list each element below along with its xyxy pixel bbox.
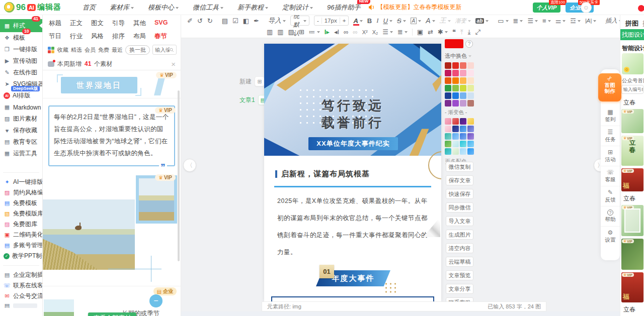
smart-design-thumbnail[interactable]: ☺ bbox=[622, 53, 643, 74]
filter-free[interactable]: 免费 bbox=[98, 46, 109, 54]
wechat-copy-button[interactable]: 微信复制 bbox=[446, 162, 473, 172]
font-size-value[interactable]: 17px bbox=[321, 18, 340, 24]
tab-style[interactable]: 风格 bbox=[91, 32, 112, 41]
text-style-button[interactable]: A bbox=[426, 17, 435, 25]
tab-industry[interactable]: 行业 bbox=[70, 32, 91, 41]
font-family-select[interactable]: 系统默认 bbox=[290, 16, 309, 26]
quick-save-button[interactable]: 快速保存 bbox=[446, 189, 473, 199]
nav-beginner-tutorial[interactable]: 新手教程 bbox=[230, 3, 275, 12]
sidebar-item-qrcode-beautify[interactable]: ▣二维码美化 bbox=[0, 230, 42, 240]
undo-icon[interactable]: ↺ bbox=[197, 17, 203, 25]
color-swatch[interactable] bbox=[445, 118, 451, 125]
tab-other[interactable]: 其他 bbox=[133, 19, 154, 28]
import-article-button[interactable]: 导入文章 bbox=[446, 216, 473, 226]
color-swatch[interactable] bbox=[460, 70, 466, 76]
unlink-icon[interactable]: ∞ bbox=[353, 28, 357, 36]
rail-item-checkin[interactable]: ▦签到 bbox=[601, 106, 620, 126]
gradient-button[interactable]: 渐变 bbox=[455, 17, 471, 25]
sidebar-item-free-template-library[interactable]: ▧免费模版库 bbox=[0, 208, 42, 219]
color-swatch[interactable] bbox=[452, 141, 459, 147]
cursor-exit-icon[interactable]: ◂I bbox=[334, 28, 339, 36]
color-swatch[interactable] bbox=[460, 141, 466, 147]
color-swatch[interactable] bbox=[460, 126, 466, 132]
sidebar-item-favorites[interactable]: ♥保存收藏 bbox=[0, 125, 42, 136]
sidebar-item-education[interactable]: ▤教育专区 bbox=[0, 136, 42, 148]
template-thumbnail[interactable]: ♛VIP bbox=[621, 205, 643, 236]
color-swatch[interactable] bbox=[445, 62, 451, 69]
wetland-image-small[interactable] bbox=[44, 299, 74, 316]
letter-spacing-button[interactable]: |A| bbox=[585, 18, 596, 24]
new-article-tab[interactable]: 新建 ⊞ bbox=[239, 76, 265, 86]
template-thumbnail[interactable]: ♛VIP 福 bbox=[621, 168, 643, 191]
font-size-minus-button[interactable]: - bbox=[314, 18, 321, 24]
color-swatch[interactable] bbox=[467, 118, 474, 125]
sidebar-item-online-service[interactable]: ☏联系在线客服 bbox=[0, 280, 42, 291]
material-card-text[interactable]: 每年的2月2日是“世界湿地日”，这是一个旨在提高公众，对湿地重要性认识的国际性活… bbox=[48, 106, 175, 166]
find-replace-icon[interactable]: ⇄ bbox=[428, 28, 433, 36]
filter-recent[interactable]: 最近 bbox=[112, 46, 123, 54]
template-thumbnail[interactable]: ♛VIP bbox=[621, 109, 643, 133]
color-swatch[interactable] bbox=[452, 100, 459, 107]
color-swatch[interactable] bbox=[452, 148, 459, 155]
sidebar-item-teaching-ppt[interactable]: ✓教学PPT制作 bbox=[0, 251, 42, 261]
color-swatch[interactable] bbox=[445, 100, 451, 107]
sidebar-item-free-templates[interactable]: ▤免费模板 bbox=[0, 198, 42, 208]
announcement-link[interactable]: 【模板更新】立春春季模板更新 bbox=[368, 3, 461, 12]
collapse-button[interactable]: − bbox=[149, 294, 163, 307]
align-justify-button[interactable]: ≣ bbox=[513, 17, 523, 25]
magic-wand-icon[interactable]: ✱ bbox=[438, 28, 448, 36]
color-swatch[interactable] bbox=[452, 92, 459, 99]
swap-color-dropdown[interactable]: 选中换色 bbox=[445, 52, 475, 60]
tab-body-text[interactable]: 正文 bbox=[70, 19, 91, 28]
sidebar-item-styles[interactable]: ▦样式 41 bbox=[0, 19, 42, 32]
color-swatch[interactable] bbox=[460, 148, 466, 155]
nav-template-center[interactable]: 模板中心 bbox=[141, 3, 186, 12]
color-swatch[interactable] bbox=[467, 77, 474, 84]
align-left-button[interactable]: ☰ bbox=[527, 17, 538, 25]
sidebar-item-operation-tools[interactable]: ▦运营工具 bbox=[0, 148, 42, 159]
strikethrough-button[interactable]: S bbox=[397, 17, 406, 25]
color-swatch[interactable] bbox=[467, 126, 474, 132]
app-logo[interactable]: 96 AI 编辑器 bbox=[0, 2, 61, 13]
color-swatch[interactable] bbox=[467, 92, 474, 99]
close-icon[interactable]: × bbox=[171, 60, 176, 68]
vertical-text-button[interactable]: 王 bbox=[440, 16, 451, 25]
insert-table-icon[interactable]: ⊞ bbox=[299, 28, 304, 36]
insert-image-icon[interactable]: ▥ bbox=[267, 28, 273, 36]
nav-home[interactable]: 首页 bbox=[75, 3, 103, 12]
color-swatch[interactable] bbox=[445, 148, 451, 155]
move-to-top-icon[interactable]: ⤒ bbox=[460, 28, 463, 36]
indent-button[interactable]: ☲ bbox=[570, 17, 581, 25]
material-card-clipped[interactable]: ▤企业 − 长期的或季节 性积水的地区，包括沼 查看全部素材 bbox=[43, 286, 181, 316]
article-share-button[interactable]: 文章分享 bbox=[446, 284, 473, 294]
color-swatch[interactable] bbox=[445, 92, 451, 99]
texture-icon[interactable]: ▨ bbox=[288, 28, 294, 36]
material-card-banner[interactable]: ♛VIP 世界湿地日 bbox=[43, 70, 181, 98]
color-swatch[interactable] bbox=[452, 77, 459, 84]
rail-item-events[interactable]: ⊞活动 bbox=[601, 146, 620, 166]
sync-wechat-button[interactable]: 同步微信 bbox=[446, 202, 473, 213]
article-paragraph[interactable]: 2025年，是X单位攻坚克难、硕果盈枝的一年。从年初的谋篇布局到年末的收官总结，… bbox=[277, 192, 430, 261]
wetland-image[interactable] bbox=[43, 199, 135, 270]
customer-chat-icon[interactable]: ☺ bbox=[581, 2, 592, 13]
superscript-button[interactable]: X² bbox=[362, 29, 368, 35]
nav-wechat-tools[interactable]: 微信工具 bbox=[186, 3, 230, 12]
cover-image[interactable]: 笃行致远 载誉前行 XX单位年度大事件纪实 bbox=[264, 44, 441, 156]
sidebar-item-markdown[interactable]: ▦Markdown bbox=[0, 101, 42, 113]
font-color-button[interactable]: A bbox=[353, 17, 362, 25]
color-swatch[interactable] bbox=[445, 85, 451, 91]
sidebar-item-image-materials[interactable]: ▨图片素材 bbox=[0, 113, 42, 125]
tab-layout[interactable]: 布局 bbox=[133, 32, 154, 41]
color-swatch[interactable] bbox=[445, 141, 451, 147]
color-swatch[interactable] bbox=[460, 133, 466, 140]
font-size-plus-button[interactable]: + bbox=[340, 18, 349, 24]
move-to-bottom-icon[interactable]: ⤓ bbox=[468, 28, 471, 36]
filter-member[interactable]: 会员 bbox=[85, 46, 96, 54]
color-swatch[interactable] bbox=[460, 85, 466, 91]
fullscreen-icon[interactable]: ⤢ bbox=[475, 28, 480, 36]
tab-svg[interactable]: SVG bbox=[154, 19, 176, 28]
cloud-draft-button[interactable]: 云端草稿 bbox=[446, 257, 473, 267]
italic-button[interactable]: I bbox=[376, 17, 378, 25]
rail-item-settings[interactable]: ⚙设置 bbox=[601, 226, 620, 246]
rail-item-service[interactable]: ☏客服 bbox=[601, 166, 620, 186]
